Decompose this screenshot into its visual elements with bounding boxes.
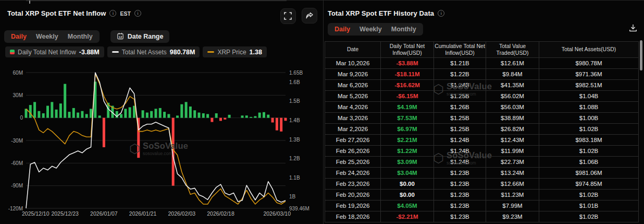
- chart-tab-monthly[interactable]: Monthly: [68, 33, 93, 40]
- value-cell: $1.23B: [434, 179, 486, 190]
- inflow-bars-swatch-icon: [10, 50, 15, 54]
- inflow-bar: [284, 118, 287, 121]
- inflow-bar: [155, 109, 157, 117]
- table-scrollbar[interactable]: [640, 40, 642, 70]
- value-cell: $3.09M: [381, 157, 434, 168]
- inflow-bar: [68, 112, 71, 118]
- value-cell: $980.78M: [539, 58, 639, 69]
- value-cell: $3.04M: [381, 168, 434, 179]
- value-cell: $1.02B: [539, 211, 639, 222]
- value-cell: $1.22M: [381, 146, 434, 157]
- date-cell: Mar 6,2026: [325, 80, 381, 91]
- value-cell: $9.84M: [486, 69, 539, 80]
- inflow-bar: [142, 110, 144, 117]
- right-axis-tick: 1.2B: [289, 156, 300, 161]
- inflow-bar: [59, 103, 62, 117]
- value-cell: $1.24B: [434, 80, 486, 91]
- decorative-tick: [29, 1, 30, 4]
- right-axis-tick: 1B: [289, 194, 296, 199]
- value-cell: $6.97M: [381, 124, 434, 135]
- download-icon: [628, 27, 638, 34]
- table-row: Mar 2,2026$6.97M$1.25B$26.82M$1.02B: [325, 124, 639, 135]
- date-cell: Mar 5,2026: [325, 91, 381, 102]
- table-tab-weekly[interactable]: Weekly: [360, 26, 382, 33]
- fullscreen-icon: [284, 12, 292, 20]
- inflow-bar: [258, 113, 261, 118]
- legend-assets-line[interactable]: Total Net Assets980.78M: [107, 46, 200, 57]
- chart-tab-daily[interactable]: Daily: [11, 33, 27, 40]
- value-cell: $1.02B: [539, 124, 639, 135]
- chart-interval-tabs: DailyWeeklyMonthly: [4, 30, 100, 43]
- value-cell: -$2.21M: [381, 211, 434, 222]
- value-cell: -$3.88M: [381, 58, 434, 69]
- x-axis-tick: 2026/02/18: [207, 210, 234, 217]
- inflow-bar: [228, 115, 231, 118]
- table-panel-title: Total XRP Spot ETF History Data: [328, 9, 434, 17]
- value-cell: $1.01B: [539, 201, 639, 211]
- date-cell: Mar 10,2026: [325, 58, 381, 69]
- inflow-bar: [90, 109, 92, 117]
- inflow-chart-canvas[interactable]: 60M30M0-30M-60M-90M-120M1.65B1.6B1.5B1.4…: [0, 59, 323, 224]
- date-range-button[interactable]: 12 Date Range: [110, 30, 170, 43]
- inflow-bar: [64, 84, 66, 118]
- value-cell: $11.23M: [486, 190, 539, 201]
- inflow-bar: [176, 115, 179, 117]
- column-header: Total Net Assets(USD): [539, 42, 639, 58]
- value-cell: $1.24B: [434, 146, 486, 157]
- table-row: Feb 18,2026-$2.21M$1.23B$9.23M$1.02B: [325, 211, 639, 222]
- left-axis-tick: 60M: [13, 70, 23, 76]
- right-axis-tick: 1.5B: [289, 98, 300, 104]
- date-cell: Mar 2,2026: [325, 124, 381, 135]
- legend-value: -3.88M: [79, 49, 100, 56]
- inflow-bar: [263, 112, 265, 118]
- left-axis-tick: -30M: [11, 138, 23, 144]
- inflow-bar: [146, 113, 148, 118]
- fullscreen-button[interactable]: [280, 8, 296, 24]
- right-axis-tick: 1.6B: [289, 79, 300, 85]
- inflow-bar: [224, 118, 226, 120]
- legend-inflow-bars[interactable]: Daily Total Net Inflow-3.88M: [5, 46, 104, 57]
- table-row: Feb 20,2026$0.00$1.23B$11.23M$1.02B: [325, 190, 639, 201]
- chart-legend: Daily Total Net Inflow-3.88MTotal Net As…: [5, 46, 267, 57]
- table-tab-daily[interactable]: Daily: [335, 26, 350, 33]
- x-axis-tick: 2025/12/10: [22, 210, 49, 217]
- value-cell: $981.06M: [539, 168, 639, 179]
- left-axis-tick: 30M: [13, 92, 23, 98]
- column-header: Total Value Traded(USD): [486, 42, 539, 58]
- download-button[interactable]: [627, 22, 639, 36]
- right-axis-tick: 1.1B: [289, 175, 300, 181]
- inflow-bar: [72, 108, 75, 118]
- x-axis-tick: 2026/03/10: [263, 210, 291, 217]
- legend-price-line[interactable]: XRP Price1.38: [203, 46, 266, 57]
- left-axis-tick: -90M: [11, 183, 23, 188]
- value-cell: $1.24B: [434, 157, 486, 168]
- inflow-bar: [254, 116, 256, 117]
- table-row: Mar 5,2026-$6.15M$1.25B$56.02M$1.04B: [325, 91, 639, 102]
- value-cell: $38.89M: [486, 113, 539, 124]
- table-row: Mar 10,2026-$3.88M$1.21B$12.61M$980.78M: [325, 58, 639, 69]
- value-cell: $1.24B: [434, 135, 486, 146]
- column-header: Date: [325, 42, 381, 58]
- table-tab-monthly[interactable]: Monthly: [391, 26, 416, 33]
- assets-line-swatch-icon: [112, 51, 119, 53]
- date-cell: Mar 9,2026: [325, 69, 381, 80]
- legend-value: 1.38: [250, 49, 262, 56]
- info-icon[interactable]: [134, 10, 141, 17]
- info-icon[interactable]: [438, 10, 444, 17]
- inflow-bar: [33, 102, 36, 117]
- inflow-bar: [241, 115, 244, 117]
- value-cell: $0.00: [381, 190, 434, 201]
- inflow-bar: [29, 105, 32, 118]
- info-icon[interactable]: [109, 10, 116, 17]
- value-cell: $41.35M: [486, 80, 539, 91]
- share-button[interactable]: [302, 8, 317, 23]
- value-cell: $9.23M: [486, 211, 539, 222]
- svg-text:12: 12: [118, 34, 122, 38]
- value-cell: -$18.11M: [381, 69, 434, 80]
- chart-tab-weekly[interactable]: Weekly: [36, 33, 58, 40]
- inflow-bar: [202, 113, 205, 118]
- date-cell: Mar 3,2026: [325, 113, 381, 124]
- date-cell: Mar 4,2026: [325, 102, 381, 113]
- value-cell: $1.02B: [539, 146, 639, 157]
- value-cell: $974.85M: [539, 179, 639, 190]
